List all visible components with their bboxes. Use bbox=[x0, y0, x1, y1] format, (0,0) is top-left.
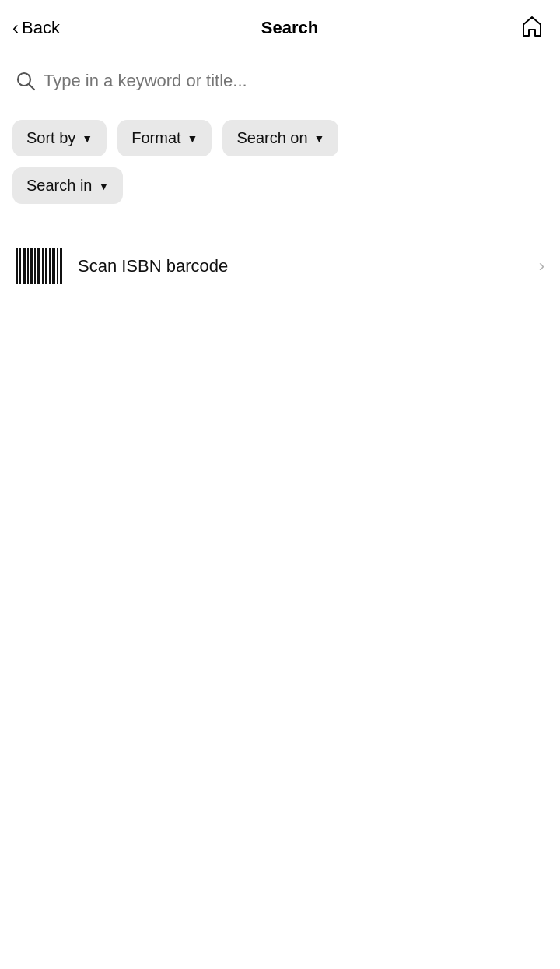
search-on-button[interactable]: Search on ▼ bbox=[222, 120, 338, 156]
sort-by-chevron-icon: ▼ bbox=[82, 132, 93, 145]
svg-rect-8 bbox=[37, 248, 40, 284]
search-bar bbox=[12, 61, 548, 104]
svg-rect-11 bbox=[49, 248, 51, 284]
search-on-chevron-icon: ▼ bbox=[314, 132, 325, 145]
format-label: Format bbox=[131, 129, 180, 147]
svg-rect-5 bbox=[27, 248, 29, 284]
page-title: Search bbox=[60, 18, 520, 38]
sort-by-label: Sort by bbox=[26, 129, 75, 147]
scan-isbn-row[interactable]: Scan ISBN barcode › bbox=[0, 226, 560, 306]
back-button[interactable]: ‹ Back bbox=[12, 18, 60, 38]
barcode-icon bbox=[16, 248, 62, 284]
search-in-chevron-icon: ▼ bbox=[99, 180, 110, 192]
svg-line-1 bbox=[29, 84, 34, 90]
search-input[interactable] bbox=[44, 71, 544, 91]
svg-rect-9 bbox=[42, 248, 44, 284]
search-in-button[interactable]: Search in ▼ bbox=[12, 167, 123, 204]
svg-rect-6 bbox=[30, 248, 33, 284]
svg-rect-12 bbox=[52, 248, 55, 284]
svg-rect-13 bbox=[57, 248, 58, 284]
home-button[interactable] bbox=[520, 14, 544, 41]
back-chevron-icon: ‹ bbox=[12, 19, 19, 37]
format-chevron-icon: ▼ bbox=[187, 132, 198, 145]
home-icon bbox=[520, 14, 544, 41]
search-bar-container bbox=[0, 55, 560, 104]
search-on-label: Search on bbox=[236, 129, 307, 147]
search-in-label: Search in bbox=[26, 177, 93, 195]
svg-rect-4 bbox=[23, 248, 26, 284]
format-button[interactable]: Format ▼ bbox=[117, 120, 212, 156]
svg-rect-14 bbox=[60, 248, 62, 284]
filters-row-2: Search in ▼ bbox=[0, 156, 560, 204]
header: ‹ Back Search bbox=[0, 0, 560, 55]
svg-rect-3 bbox=[19, 248, 21, 284]
back-label: Back bbox=[22, 18, 60, 38]
scan-isbn-label: Scan ISBN barcode bbox=[78, 256, 539, 276]
sort-by-button[interactable]: Sort by ▼ bbox=[12, 120, 107, 156]
svg-rect-7 bbox=[34, 248, 36, 284]
svg-rect-10 bbox=[45, 248, 47, 284]
svg-rect-2 bbox=[16, 248, 18, 284]
scan-isbn-chevron-icon: › bbox=[539, 256, 544, 276]
search-icon bbox=[16, 71, 36, 91]
filters-row-1: Sort by ▼ Format ▼ Search on ▼ bbox=[0, 104, 560, 156]
